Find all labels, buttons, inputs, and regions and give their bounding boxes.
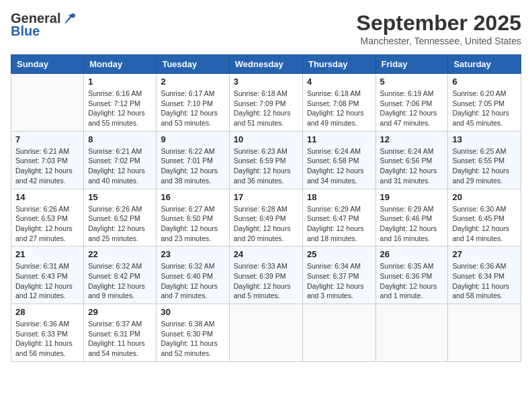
calendar-day-cell bbox=[448, 304, 521, 362]
calendar-day-cell: 27Sunrise: 6:36 AM Sunset: 6:34 PM Dayli… bbox=[448, 246, 521, 304]
day-info: Sunrise: 6:17 AM Sunset: 7:10 PM Dayligh… bbox=[161, 89, 224, 128]
day-info: Sunrise: 6:35 AM Sunset: 6:36 PM Dayligh… bbox=[380, 261, 444, 301]
day-info: Sunrise: 6:24 AM Sunset: 6:58 PM Dayligh… bbox=[307, 146, 371, 186]
calendar-day-cell: 24Sunrise: 6:33 AM Sunset: 6:39 PM Dayli… bbox=[229, 246, 302, 304]
calendar-day-cell: 23Sunrise: 6:32 AM Sunset: 6:40 PM Dayli… bbox=[157, 246, 229, 304]
day-number: 14 bbox=[15, 192, 79, 202]
day-info: Sunrise: 6:18 AM Sunset: 7:09 PM Dayligh… bbox=[234, 89, 298, 128]
day-number: 17 bbox=[234, 192, 298, 202]
logo-bird-icon bbox=[62, 11, 77, 26]
day-number: 7 bbox=[15, 134, 79, 144]
day-number: 21 bbox=[15, 249, 79, 259]
day-number: 30 bbox=[161, 307, 224, 317]
calendar-day-cell: 18Sunrise: 6:29 AM Sunset: 6:47 PM Dayli… bbox=[302, 189, 375, 246]
day-info: Sunrise: 6:32 AM Sunset: 6:42 PM Dayligh… bbox=[88, 261, 152, 301]
header-tuesday: Tuesday bbox=[157, 55, 229, 74]
calendar-day-cell: 21Sunrise: 6:31 AM Sunset: 6:43 PM Dayli… bbox=[11, 246, 84, 304]
day-info: Sunrise: 6:36 AM Sunset: 6:33 PM Dayligh… bbox=[15, 319, 79, 359]
day-info: Sunrise: 6:26 AM Sunset: 6:52 PM Dayligh… bbox=[88, 204, 152, 244]
calendar-week-row: 1Sunrise: 6:16 AM Sunset: 7:12 PM Daylig… bbox=[11, 74, 521, 132]
day-number: 16 bbox=[161, 192, 224, 202]
header-friday: Friday bbox=[375, 55, 448, 74]
day-info: Sunrise: 6:38 AM Sunset: 6:30 PM Dayligh… bbox=[161, 319, 224, 359]
calendar-day-cell: 16Sunrise: 6:27 AM Sunset: 6:50 PM Dayli… bbox=[157, 189, 229, 246]
calendar-day-cell: 29Sunrise: 6:37 AM Sunset: 6:31 PM Dayli… bbox=[84, 304, 157, 362]
calendar-day-cell bbox=[229, 304, 302, 362]
month-title: September 2025 bbox=[357, 11, 521, 36]
day-info: Sunrise: 6:36 AM Sunset: 6:34 PM Dayligh… bbox=[452, 261, 517, 301]
day-number: 9 bbox=[161, 134, 224, 144]
calendar-week-row: 7Sunrise: 6:21 AM Sunset: 7:03 PM Daylig… bbox=[11, 131, 521, 189]
calendar-day-cell: 15Sunrise: 6:26 AM Sunset: 6:52 PM Dayli… bbox=[84, 189, 157, 246]
day-info: Sunrise: 6:34 AM Sunset: 6:37 PM Dayligh… bbox=[307, 261, 371, 301]
day-number: 2 bbox=[161, 77, 224, 87]
day-number: 8 bbox=[88, 134, 152, 144]
day-number: 24 bbox=[234, 249, 298, 259]
calendar-day-cell: 25Sunrise: 6:34 AM Sunset: 6:37 PM Dayli… bbox=[302, 246, 375, 304]
calendar-day-cell: 10Sunrise: 6:23 AM Sunset: 6:59 PM Dayli… bbox=[229, 131, 302, 189]
calendar-day-cell: 2Sunrise: 6:17 AM Sunset: 7:10 PM Daylig… bbox=[157, 74, 229, 132]
day-info: Sunrise: 6:22 AM Sunset: 7:01 PM Dayligh… bbox=[161, 146, 224, 186]
calendar-header-row: SundayMondayTuesdayWednesdayThursdayFrid… bbox=[11, 55, 521, 74]
day-info: Sunrise: 6:37 AM Sunset: 6:31 PM Dayligh… bbox=[88, 319, 152, 359]
day-number: 6 bbox=[452, 77, 517, 87]
day-info: Sunrise: 6:18 AM Sunset: 7:08 PM Dayligh… bbox=[307, 89, 371, 128]
day-info: Sunrise: 6:26 AM Sunset: 6:53 PM Dayligh… bbox=[15, 204, 79, 244]
page-header: General Blue September 2025 Manchester, … bbox=[11, 11, 521, 46]
day-number: 25 bbox=[307, 249, 371, 259]
day-number: 28 bbox=[15, 307, 79, 317]
day-info: Sunrise: 6:20 AM Sunset: 7:05 PM Dayligh… bbox=[452, 89, 517, 128]
calendar-day-cell: 12Sunrise: 6:24 AM Sunset: 6:56 PM Dayli… bbox=[375, 131, 448, 189]
calendar-day-cell bbox=[11, 74, 84, 132]
header-monday: Monday bbox=[84, 55, 157, 74]
calendar-week-row: 21Sunrise: 6:31 AM Sunset: 6:43 PM Dayli… bbox=[11, 246, 521, 304]
calendar-table: SundayMondayTuesdayWednesdayThursdayFrid… bbox=[11, 54, 521, 362]
day-number: 15 bbox=[88, 192, 152, 202]
calendar-day-cell: 11Sunrise: 6:24 AM Sunset: 6:58 PM Dayli… bbox=[302, 131, 375, 189]
day-info: Sunrise: 6:23 AM Sunset: 6:59 PM Dayligh… bbox=[234, 146, 298, 186]
day-number: 29 bbox=[88, 307, 152, 317]
day-number: 22 bbox=[88, 249, 152, 259]
day-number: 11 bbox=[307, 134, 371, 144]
day-number: 12 bbox=[380, 134, 444, 144]
calendar-day-cell: 4Sunrise: 6:18 AM Sunset: 7:08 PM Daylig… bbox=[302, 74, 375, 132]
day-number: 4 bbox=[307, 77, 371, 87]
day-info: Sunrise: 6:30 AM Sunset: 6:45 PM Dayligh… bbox=[452, 204, 517, 244]
day-number: 20 bbox=[452, 192, 517, 202]
day-number: 10 bbox=[234, 134, 298, 144]
calendar-day-cell bbox=[375, 304, 448, 362]
calendar-day-cell: 26Sunrise: 6:35 AM Sunset: 6:36 PM Dayli… bbox=[375, 246, 448, 304]
day-number: 27 bbox=[452, 249, 517, 259]
calendar-day-cell: 8Sunrise: 6:21 AM Sunset: 7:02 PM Daylig… bbox=[84, 131, 157, 189]
day-number: 23 bbox=[161, 249, 224, 259]
day-info: Sunrise: 6:29 AM Sunset: 6:47 PM Dayligh… bbox=[307, 204, 371, 244]
day-info: Sunrise: 6:33 AM Sunset: 6:39 PM Dayligh… bbox=[234, 261, 298, 301]
calendar-day-cell: 22Sunrise: 6:32 AM Sunset: 6:42 PM Dayli… bbox=[84, 246, 157, 304]
day-info: Sunrise: 6:32 AM Sunset: 6:40 PM Dayligh… bbox=[161, 261, 224, 301]
calendar-day-cell: 1Sunrise: 6:16 AM Sunset: 7:12 PM Daylig… bbox=[84, 74, 157, 132]
day-info: Sunrise: 6:16 AM Sunset: 7:12 PM Dayligh… bbox=[88, 89, 152, 128]
header-wednesday: Wednesday bbox=[229, 55, 302, 74]
day-info: Sunrise: 6:29 AM Sunset: 6:46 PM Dayligh… bbox=[380, 204, 444, 244]
calendar-day-cell: 6Sunrise: 6:20 AM Sunset: 7:05 PM Daylig… bbox=[448, 74, 521, 132]
calendar-day-cell: 13Sunrise: 6:25 AM Sunset: 6:55 PM Dayli… bbox=[448, 131, 521, 189]
calendar-day-cell: 17Sunrise: 6:28 AM Sunset: 6:49 PM Dayli… bbox=[229, 189, 302, 246]
calendar-day-cell: 14Sunrise: 6:26 AM Sunset: 6:53 PM Dayli… bbox=[11, 189, 84, 246]
day-number: 26 bbox=[380, 249, 444, 259]
day-number: 18 bbox=[307, 192, 371, 202]
location: Manchester, Tennessee, United States bbox=[357, 36, 521, 46]
title-section: September 2025 Manchester, Tennessee, Un… bbox=[357, 11, 521, 46]
calendar-day-cell: 28Sunrise: 6:36 AM Sunset: 6:33 PM Dayli… bbox=[11, 304, 84, 362]
calendar-week-row: 28Sunrise: 6:36 AM Sunset: 6:33 PM Dayli… bbox=[11, 304, 521, 362]
header-sunday: Sunday bbox=[11, 55, 84, 74]
calendar-day-cell: 20Sunrise: 6:30 AM Sunset: 6:45 PM Dayli… bbox=[448, 189, 521, 246]
day-number: 1 bbox=[88, 77, 152, 87]
calendar-day-cell: 9Sunrise: 6:22 AM Sunset: 7:01 PM Daylig… bbox=[157, 131, 229, 189]
calendar-day-cell bbox=[302, 304, 375, 362]
day-info: Sunrise: 6:27 AM Sunset: 6:50 PM Dayligh… bbox=[161, 204, 224, 244]
calendar-day-cell: 7Sunrise: 6:21 AM Sunset: 7:03 PM Daylig… bbox=[11, 131, 84, 189]
day-info: Sunrise: 6:24 AM Sunset: 6:56 PM Dayligh… bbox=[380, 146, 444, 186]
header-saturday: Saturday bbox=[448, 55, 521, 74]
day-info: Sunrise: 6:21 AM Sunset: 7:02 PM Dayligh… bbox=[88, 146, 152, 186]
day-info: Sunrise: 6:28 AM Sunset: 6:49 PM Dayligh… bbox=[234, 204, 298, 244]
